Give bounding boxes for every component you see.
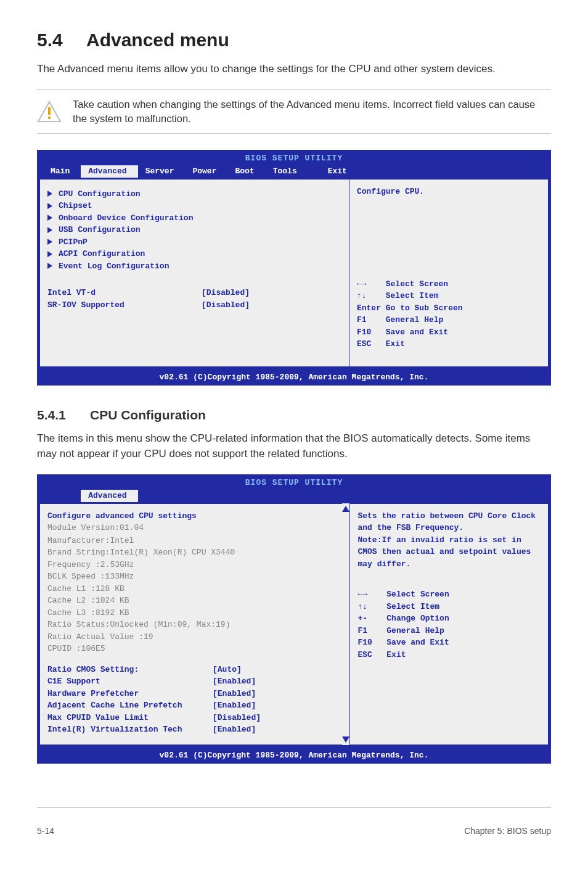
bios-footer: v02.61 (C)Copyright 1985-2009, American … [37, 369, 551, 386]
info-line: Ratio Status:Unlocked (Min:09, Max:19) [47, 619, 340, 631]
bios-header: BIOS SETUP UTILITY [37, 150, 551, 165]
setting-row: Ratio CMOS Setting:[Auto] [47, 664, 340, 676]
section-number: 5.4 [37, 30, 86, 51]
info-line: Cache L3 :8192 KB [47, 607, 340, 619]
bios-help-text: Configure CPU. [357, 186, 541, 241]
setting-row: Hardware Prefetcher[Enabled] [47, 688, 340, 700]
info-line: BCLK Speed :133MHz [47, 571, 340, 583]
triangle-icon [47, 203, 52, 209]
triangle-icon [47, 263, 52, 269]
scroll-down-icon [342, 736, 349, 743]
caution-text: Take caution when changing the settings … [73, 97, 551, 126]
setting-row: Intel VT-d[Disabled] [47, 287, 341, 299]
nav-line: ESC Exit [357, 649, 541, 661]
nav-line: ↑↓ Select Item [357, 290, 541, 302]
subsection-title: CPU Configuration [90, 408, 206, 422]
info-line: Ratio Actual Value :19 [47, 631, 340, 643]
tab-power: Power [185, 165, 227, 178]
scroll-up-icon [342, 506, 349, 512]
nav-line: F1 General Help [357, 314, 541, 326]
info-line: Frequency :2.53GHz [47, 559, 340, 571]
triangle-icon [47, 251, 52, 257]
menu-item: Chipset [47, 200, 341, 212]
nav-line: ESC Exit [357, 338, 541, 350]
triangle-icon [47, 227, 52, 233]
config-title: Configure advanced CPU settings [47, 510, 340, 522]
bios-tabs: Main Advanced [37, 489, 551, 503]
chapter-label: Chapter 5: BIOS setup [464, 826, 551, 836]
menu-item: ACPI Configuration [47, 248, 341, 260]
setting-row: Max CPUID Value Limit[Disabled] [47, 712, 340, 724]
nav-line: ←→ Select Screen [357, 278, 541, 291]
caution-icon [37, 101, 62, 123]
nav-line: F10 Save and Exit [357, 637, 541, 649]
bios-screenshot-2: BIOS SETUP UTILITY Main Advanced Configu… [37, 474, 551, 764]
svg-point-2 [48, 116, 51, 119]
bios-header: BIOS SETUP UTILITY [37, 474, 551, 489]
info-line: CPUID :106E5 [47, 643, 340, 655]
subsection-number: 5.4.1 [37, 408, 90, 423]
setting-row: Adjacent Cache Line Prefetch[Enabled] [47, 699, 340, 712]
info-line: Cache L1 :128 KB [47, 583, 340, 595]
intro-paragraph: The Advanced menu items allow you to cha… [37, 62, 551, 77]
scroll-indicator [342, 503, 349, 745]
info-line: Cache L2 :1024 KB [47, 595, 340, 607]
subsection-heading: 5.4.1CPU Configuration [37, 408, 551, 423]
info-line: Manufacturer:Intel [47, 535, 340, 547]
bios-footer: v02.61 (C)Copyright 1985-2009, American … [37, 748, 551, 764]
nav-line: ←→ Select Screen [357, 588, 541, 601]
setting-row: C1E Support[Enabled] [47, 675, 340, 688]
setting-row: Intel(R) Virtualization Tech[Enabled] [47, 724, 340, 736]
nav-line: +- Change Option [357, 613, 541, 625]
menu-item: PCIPnP [47, 236, 341, 249]
menu-item: CPU Configuration [47, 188, 341, 200]
triangle-icon [47, 215, 52, 221]
setting-row: SR-IOV Supported[Disabled] [47, 299, 341, 311]
page-footer: 5-14 Chapter 5: BIOS setup [0, 807, 588, 846]
tab-main: Main [43, 165, 81, 178]
tab-tools: Tools [266, 165, 308, 178]
menu-item: Event Log Configuration [47, 260, 341, 273]
menu-item: USB Configuration [47, 224, 341, 236]
tab-server: Server [138, 165, 186, 178]
bios-help-text: Sets the ratio between CPU Core Clock an… [357, 510, 541, 571]
menu-item: Onboard Device Configuration [47, 212, 341, 225]
nav-line: Enter Go to Sub Screen [357, 302, 541, 315]
tab-exit: Exit [321, 165, 358, 178]
section-heading: 5.4Advanced menu [37, 30, 551, 51]
info-line: Module Version:01.04 [47, 522, 340, 534]
section-title: Advanced menu [86, 30, 229, 50]
nav-line: ↑↓ Select Item [357, 601, 541, 613]
bios-screenshot-1: BIOS SETUP UTILITY Main Advanced Server … [37, 150, 551, 386]
page-number: 5-14 [37, 826, 54, 836]
nav-line: F10 Save and Exit [357, 326, 541, 339]
caution-block: Take caution when changing the settings … [37, 89, 551, 134]
svg-rect-1 [48, 107, 51, 115]
triangle-icon [47, 191, 52, 197]
bios-tabs: Main Advanced Server Power Boot Tools Ex… [37, 164, 551, 179]
tab-advanced: Advanced [81, 165, 137, 178]
tab-advanced: Advanced [81, 490, 137, 502]
info-line: Brand String:Intel(R) Xeon(R) CPU X3440 [47, 547, 340, 559]
subsection-paragraph: The items in this menu show the CPU-rela… [37, 431, 551, 461]
triangle-icon [47, 239, 52, 245]
tab-boot: Boot [227, 165, 265, 178]
nav-line: F1 General Help [357, 625, 541, 637]
